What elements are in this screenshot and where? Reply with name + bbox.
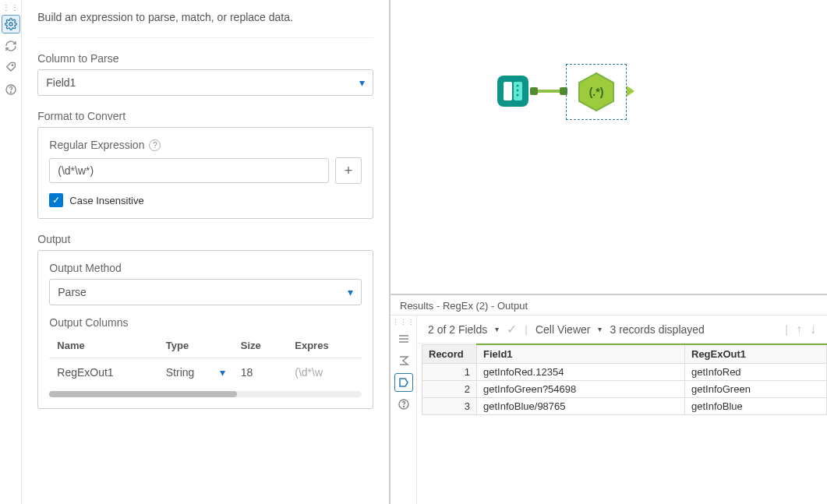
regexout-cell[interactable]: getInfoRed (685, 364, 827, 381)
svg-text:(.*): (.*) (589, 86, 604, 98)
field1-cell[interactable]: getInfoBlue/98765 (477, 398, 685, 415)
chevron-down-icon: ▾ (220, 366, 225, 379)
output-card: Output Method Parse ▾ Output Columns Nam… (37, 250, 373, 409)
output-columns-table: Name Type Size Expres RegExOut1 String ▾ (49, 333, 362, 386)
svg-point-9 (517, 94, 519, 97)
regex-label-row: Regular Expression ? (49, 139, 362, 151)
output-anchor-icon[interactable] (627, 86, 634, 97)
col-type-cell[interactable]: String ▾ (158, 358, 233, 387)
format-card: Regular Expression ? + ✓ Case Insensitiv… (37, 127, 373, 219)
drag-grip[interactable]: ⋮⋮ (2, 3, 19, 12)
drag-grip[interactable]: ⋮⋮⋮ (392, 319, 415, 326)
sigma-icon[interactable] (394, 351, 413, 370)
column-to-parse-label: Column to Parse (37, 52, 373, 65)
output-label: Output (37, 233, 373, 245)
regex-input[interactable] (49, 158, 329, 183)
col-expr-cell: (\d*\w (287, 358, 362, 387)
svg-point-8 (517, 90, 519, 92)
record-number: 1 (422, 364, 477, 381)
column-to-parse-value: Field1 (46, 76, 76, 89)
list-icon[interactable] (394, 330, 413, 348)
config-icon-rail: ⋮⋮ (0, 0, 22, 504)
output-method-value: Parse (58, 286, 87, 298)
col-type-header[interactable]: Type (158, 333, 233, 358)
output-method-select[interactable]: Parse ▾ (49, 279, 362, 305)
results-title: Results - RegEx (2) - Output (391, 295, 827, 315)
results-toolbar: 2 of 2 Fields ▾ ✓ | Cell Viewer ▾ 3 reco… (417, 315, 827, 344)
case-insensitive-label: Case Insensitive (69, 195, 143, 206)
svg-point-7 (517, 85, 519, 87)
arrow-up-icon[interactable]: ↑ (796, 322, 802, 337)
config-panel: Build an expression to parse, match, or … (22, 0, 391, 504)
svg-point-0 (9, 23, 12, 26)
check-icon[interactable]: ✓ (507, 322, 517, 337)
output-columns-label: Output Columns (49, 316, 362, 329)
svg-point-16 (403, 406, 404, 407)
input-data-tool[interactable] (496, 74, 530, 108)
col-size-header[interactable]: Size (233, 333, 287, 358)
chevron-down-icon: ▾ (359, 76, 365, 89)
caret-down-icon[interactable]: ▾ (598, 325, 602, 333)
help-icon[interactable]: ? (149, 139, 161, 151)
results-pane: Results - RegEx (2) - Output ⋮⋮⋮ (391, 294, 827, 504)
output-anchor-icon[interactable] (394, 373, 413, 392)
connector[interactable] (532, 90, 566, 93)
svg-point-3 (10, 92, 11, 93)
table-row[interactable]: 2getInfoGreen?54698getInfoGreen (422, 381, 827, 398)
regexout-header[interactable]: RegExOut1 (685, 344, 827, 364)
col-size-cell[interactable]: 18 (233, 358, 287, 387)
horizontal-scrollbar[interactable] (49, 391, 362, 397)
tag-icon[interactable] (2, 58, 20, 77)
records-displayed: 3 records displayed (610, 323, 704, 336)
workflow-canvas[interactable]: (.*) (391, 0, 827, 294)
output-method-label: Output Method (49, 262, 362, 274)
case-insensitive-row[interactable]: ✓ Case Insensitive (49, 193, 362, 207)
gear-icon[interactable] (2, 15, 20, 33)
regex-tool[interactable]: (.*) (566, 64, 627, 120)
svg-rect-4 (497, 76, 528, 107)
divider (37, 37, 373, 38)
record-header[interactable]: Record (422, 344, 477, 364)
help-icon[interactable] (394, 395, 413, 414)
results-icon-rail: ⋮⋮⋮ (391, 315, 417, 504)
caret-down-icon[interactable]: ▾ (495, 325, 499, 333)
column-to-parse-select[interactable]: Field1 ▾ (37, 69, 373, 96)
regexout-cell[interactable]: getInfoBlue (685, 398, 827, 415)
fields-count[interactable]: 2 of 2 Fields (428, 323, 487, 336)
col-name-header[interactable]: Name (49, 333, 158, 358)
record-number: 2 (422, 381, 477, 398)
arrow-down-icon[interactable]: ↓ (810, 322, 816, 337)
record-number: 3 (422, 398, 477, 415)
field1-cell[interactable]: getInfoRed.12354 (477, 364, 685, 381)
col-expr-header[interactable]: Expres (287, 333, 362, 358)
help-icon[interactable] (2, 80, 20, 99)
table-row[interactable]: 3getInfoBlue/98765getInfoBlue (422, 398, 827, 415)
svg-rect-5 (504, 82, 512, 100)
chevron-down-icon: ▾ (348, 286, 353, 298)
field1-cell[interactable]: getInfoGreen?54698 (477, 381, 685, 398)
regex-label: Regular Expression (49, 139, 144, 151)
panel-description: Build an expression to parse, match, or … (37, 11, 373, 23)
table-row[interactable]: RegExOut1 String ▾ 18 (\d*\w (49, 358, 362, 387)
regexout-cell[interactable]: getInfoGreen (685, 381, 827, 398)
col-name-cell[interactable]: RegExOut1 (49, 358, 158, 387)
svg-point-1 (12, 65, 12, 65)
table-row[interactable]: 1getInfoRed.12354getInfoRed (422, 364, 827, 381)
add-expression-button[interactable]: + (335, 157, 362, 184)
cell-viewer-label[interactable]: Cell Viewer (535, 323, 591, 336)
checkbox-checked-icon[interactable]: ✓ (49, 193, 63, 207)
format-to-convert-label: Format to Convert (37, 110, 373, 122)
results-table[interactable]: Record Field1 RegExOut1 1getInfoRed.1235… (422, 344, 827, 415)
refresh-icon[interactable] (2, 37, 20, 55)
field1-header[interactable]: Field1 (477, 344, 685, 364)
